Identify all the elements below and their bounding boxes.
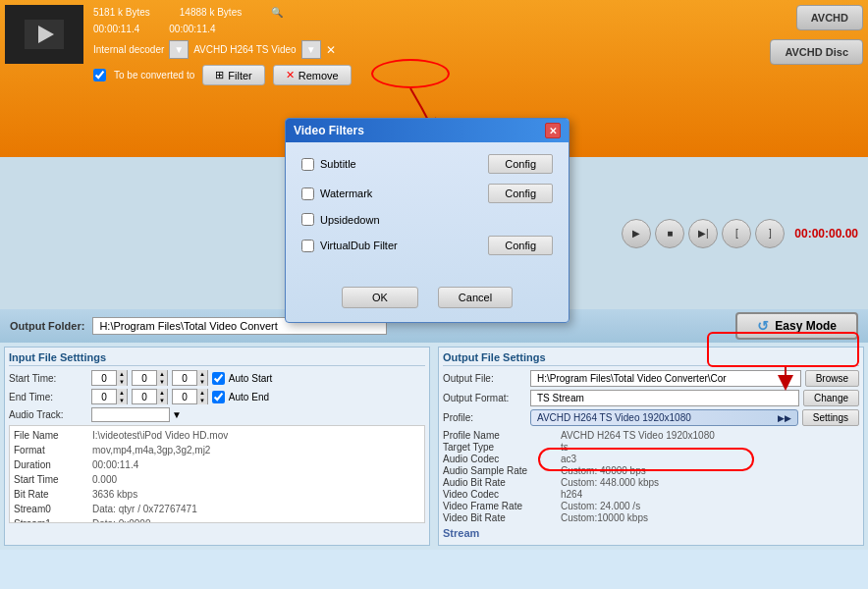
file-name-row: File Name I:\videotest\iPod Video HD.mov — [14, 428, 420, 443]
file-size-right: 14888 k Bytes — [180, 5, 242, 20]
output-format-value: TS Stream — [530, 390, 799, 406]
format-val: mov,mp4,m4a,3gp,3g2,mj2 — [92, 443, 210, 457]
bit-rate-row: Bit Rate 3636 kbps — [14, 487, 420, 502]
target-type-val: ts — [561, 442, 569, 453]
end-time-h[interactable]: ▲ ▼ — [91, 389, 128, 404]
start-time-row: Start Time: ▲ ▼ ▲ ▼ ▲ ▼ — [9, 370, 425, 386]
output-settings-title: Output File Settings — [443, 351, 859, 366]
output-file-label: Output File: — [443, 373, 526, 384]
remove-button[interactable]: ✕ Remove — [273, 65, 352, 85]
dialog-cancel-button[interactable]: Cancel — [438, 287, 513, 308]
profile-row: Profile: AVCHD H264 TS Video 1920x1080 ▶… — [443, 409, 859, 426]
filter-icon: ⊞ — [215, 69, 224, 81]
search-icon[interactable]: 🔍 — [271, 5, 283, 20]
start-time-h[interactable]: ▲ ▼ — [91, 370, 128, 386]
target-type-row: Target Type ts — [443, 442, 859, 453]
start-time-info-val: 0.000 — [92, 472, 117, 487]
audio-sample-row: Audio Sample Rate Custom: 48000 bps — [443, 465, 859, 476]
dialog-title: Video Filters — [294, 124, 364, 137]
video-frame-row: Video Frame Rate Custom: 24.000 /s — [443, 501, 859, 511]
upsidedown-filter-row: Upsidedown — [301, 213, 553, 226]
video-codec-val: h264 — [561, 489, 582, 500]
auto-end-checkbox[interactable] — [212, 391, 225, 403]
time-display: 00:00:00.00 — [794, 227, 858, 241]
audio-bit-row: Audio Bit Rate Custom: 448.000 kbps — [443, 477, 859, 488]
file-name-key: File Name — [14, 428, 82, 443]
stream1-key: Stream1 — [14, 516, 82, 523]
auto-start-checkbox[interactable] — [212, 372, 225, 385]
input-settings-title: Input File Setttings — [9, 351, 425, 366]
decoder-dropdown-icon[interactable]: ▼ — [169, 40, 189, 59]
avchd-label: AVCHD — [796, 5, 863, 30]
target-type-key: Target Type — [443, 442, 561, 453]
virtualdub-filter-row: VirtualDub Filter Config — [301, 236, 553, 255]
easy-mode-button[interactable]: ↺ Easy Mode — [735, 312, 858, 340]
profile-select[interactable]: AVCHD H264 TS Video 1920x1080 ▶▶ — [530, 409, 798, 426]
input-file-settings: Input File Setttings Start Time: ▲ ▼ ▲ ▼ — [4, 347, 430, 546]
play-button[interactable]: ▶ — [622, 219, 651, 248]
duration-val: 00:00:11.4 — [92, 457, 138, 472]
to-be-converted-label: To be converted to — [114, 68, 194, 82]
profile-name-row: Profile Name AVCHD H264 TS Video 1920x10… — [443, 430, 859, 441]
video-codec-key: Video Codec — [443, 489, 561, 500]
audio-codec-val: ac3 — [561, 454, 576, 464]
stream1-val: Data: 0x0000 — [92, 516, 151, 523]
video-frame-key: Video Frame Rate — [443, 501, 561, 511]
stream0-key: Stream0 — [14, 502, 82, 516]
stop-button[interactable]: ■ — [655, 219, 684, 248]
format-dropdown-icon[interactable]: ▼ — [301, 40, 321, 59]
file-info: 5181 k Bytes 14888 k Bytes 🔍 00:00:11.4 … — [93, 5, 770, 85]
right-panel: AVCHD AVCHD Disc — [770, 5, 863, 65]
upsidedown-label: Upsidedown — [320, 214, 380, 226]
video-codec-row: Video Codec h264 — [443, 489, 859, 500]
filter-button[interactable]: ⊞ Filter — [202, 65, 264, 85]
mark-in-button[interactable]: [ — [722, 219, 751, 248]
output-folder-label: Output Folder: — [10, 320, 84, 332]
settings-button[interactable]: Settings — [802, 409, 859, 426]
mark-out-button[interactable]: ] — [755, 219, 785, 248]
dialog-ok-button[interactable]: OK — [342, 287, 418, 308]
profile-dropdown-icon: ▶▶ — [778, 413, 791, 423]
output-file-settings: Output File Settings Output File: H:\Pro… — [438, 347, 864, 546]
profile-label: Profile: — [443, 412, 526, 423]
end-time-label: End Time: — [9, 392, 87, 402]
virtualdub-checkbox[interactable] — [301, 240, 314, 252]
audio-track-select[interactable] — [91, 407, 170, 422]
start-time-m[interactable]: ▲ ▼ — [132, 370, 168, 386]
file-thumbnail — [5, 5, 83, 64]
profile-name-val: AVCHD H264 TS Video 1920x1080 — [561, 430, 715, 441]
decoder-label: Internal decoder — [93, 42, 164, 57]
format-key: Format — [14, 443, 82, 457]
profile-info: Profile Name AVCHD H264 TS Video 1920x10… — [443, 430, 859, 523]
virtualdub-label: VirtualDub Filter — [320, 240, 398, 251]
next-frame-button[interactable]: ▶| — [688, 219, 718, 248]
start-time-info-row: Start Time 0.000 — [14, 472, 420, 487]
output-file-value: H:\Program Files\Total Video Converter\C… — [530, 370, 801, 387]
virtualdub-config-button[interactable]: Config — [488, 236, 553, 255]
dialog-body: Subtitle Config Watermark Config Upsided… — [286, 142, 569, 277]
start-time-s[interactable]: ▲ ▼ — [172, 370, 208, 386]
dialog-close-button[interactable]: ✕ — [545, 123, 561, 138]
subtitle-checkbox[interactable] — [301, 158, 314, 171]
format-close-icon[interactable]: ✕ — [326, 41, 336, 59]
format-row: Format mov,mp4,m4a,3gp,3g2,mj2 — [14, 443, 420, 457]
end-time-s[interactable]: ▲ ▼ — [172, 389, 208, 404]
video-bit-row: Video Bit Rate Custom:10000 kbps — [443, 512, 859, 523]
audio-track-row: Audio Track: ▼ — [9, 407, 425, 422]
to-be-converted-checkbox[interactable] — [93, 69, 106, 81]
change-button[interactable]: Change — [803, 390, 859, 406]
watermark-config-button[interactable]: Config — [488, 184, 553, 203]
audio-track-label: Audio Track: — [9, 409, 87, 420]
video-bit-val: Custom:10000 kbps — [561, 512, 648, 523]
output-format-row: Output Format: TS Stream Change — [443, 390, 859, 406]
upsidedown-checkbox[interactable] — [301, 213, 314, 226]
subtitle-config-button[interactable]: Config — [488, 154, 553, 174]
profile-value: AVCHD H264 TS Video 1920x1080 — [537, 412, 691, 423]
watermark-checkbox[interactable] — [301, 187, 314, 200]
preview-controls: ▶ ■ ▶| [ ] 00:00:00.00 — [622, 219, 868, 248]
browse-button[interactable]: Browse — [805, 370, 859, 387]
duration-right: 00:00:11.4 — [169, 22, 215, 36]
avchd-disc-label: AVCHD Disc — [770, 39, 863, 65]
end-time-m[interactable]: ▲ ▼ — [132, 389, 168, 404]
audio-track-dropdown-icon[interactable]: ▼ — [172, 409, 182, 420]
